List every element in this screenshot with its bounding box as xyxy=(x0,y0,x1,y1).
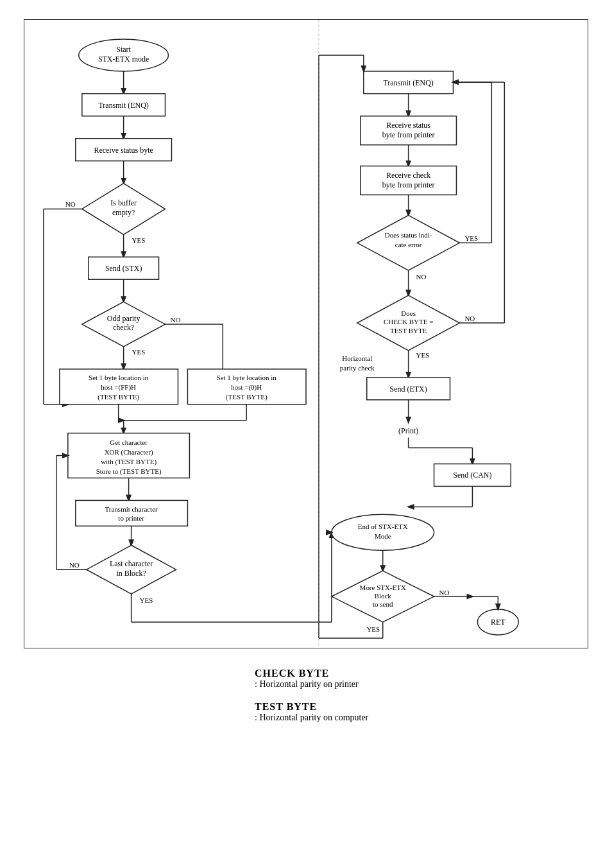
svg-text:host =(0)H: host =(0)H xyxy=(231,383,262,392)
svg-text:RET: RET xyxy=(491,618,506,627)
test-byte-legend: TEST BYTE : Horizontal parity on compute… xyxy=(255,701,588,723)
svg-text:STX-ETX mode: STX-ETX mode xyxy=(98,55,149,64)
svg-text:CHECK BYTE =: CHECK BYTE = xyxy=(384,318,433,326)
check-byte-legend: CHECK BYTE : Horizontal parity on printe… xyxy=(255,668,588,690)
test-byte-title: TEST BYTE xyxy=(255,701,588,713)
svg-text:Store to (TEST BYTE): Store to (TEST BYTE) xyxy=(96,467,162,476)
svg-text:empty?: empty? xyxy=(112,208,135,217)
svg-text:More STX-ETX: More STX-ETX xyxy=(360,584,406,591)
svg-text:Transmit (ENQ): Transmit (ENQ) xyxy=(383,78,433,87)
svg-text:Transmit (ENQ): Transmit (ENQ) xyxy=(98,101,148,110)
svg-text:Last character: Last character xyxy=(110,559,153,568)
svg-text:Does status indi-: Does status indi- xyxy=(385,231,432,239)
svg-text:YES: YES xyxy=(132,236,146,244)
svg-text:TEST BYTE: TEST BYTE xyxy=(390,327,427,334)
check-byte-title: CHECK BYTE xyxy=(255,668,588,679)
flowchart-svg: Start STX-ETX mode Transmit (ENQ) Receiv… xyxy=(24,20,588,648)
svg-text:Receive status: Receive status xyxy=(386,121,430,130)
svg-text:NO: NO xyxy=(69,561,80,569)
flowchart-area: Start STX-ETX mode Transmit (ENQ) Receiv… xyxy=(24,19,588,648)
svg-text:parity check: parity check xyxy=(340,364,375,372)
svg-text:NO: NO xyxy=(464,315,475,322)
svg-text:Start: Start xyxy=(116,45,131,54)
svg-text:Mode: Mode xyxy=(375,532,391,540)
svg-text:Send (CAN): Send (CAN) xyxy=(453,471,491,480)
svg-text:NO: NO xyxy=(416,273,427,281)
svg-text:check?: check? xyxy=(113,323,134,332)
svg-text:YES: YES xyxy=(140,596,153,604)
svg-text:(Print): (Print) xyxy=(398,426,418,435)
svg-text:XOR (Character): XOR (Character) xyxy=(105,448,153,456)
svg-text:in Block?: in Block? xyxy=(117,569,146,578)
legend-area: CHECK BYTE : Horizontal parity on printe… xyxy=(24,668,588,723)
svg-text:Set 1 byte location in: Set 1 byte location in xyxy=(89,374,149,381)
svg-text:YES: YES xyxy=(132,348,146,356)
svg-text:Horizontal: Horizontal xyxy=(342,354,372,362)
svg-text:End of STX-ETX: End of STX-ETX xyxy=(358,523,408,530)
svg-text:NO: NO xyxy=(439,589,450,596)
svg-text:YES: YES xyxy=(464,234,478,242)
svg-text:YES: YES xyxy=(416,351,430,359)
svg-text:NO: NO xyxy=(65,200,76,208)
page: Start STX-ETX mode Transmit (ENQ) Receiv… xyxy=(0,0,612,868)
svg-text:cate error: cate error xyxy=(395,241,422,248)
svg-text:(TEST BYTE): (TEST BYTE) xyxy=(98,393,139,401)
svg-text:host =(FF)H: host =(FF)H xyxy=(101,383,136,392)
svg-text:Receive status byte: Receive status byte xyxy=(94,146,153,155)
svg-text:Block: Block xyxy=(375,592,392,600)
svg-text:Does: Does xyxy=(401,309,416,317)
svg-text:with (TEST BYTE): with (TEST BYTE) xyxy=(101,458,157,466)
svg-text:Get character: Get character xyxy=(110,438,148,446)
svg-text:byte from printer: byte from printer xyxy=(382,180,435,189)
svg-text:Is buffer: Is buffer xyxy=(110,198,137,207)
test-byte-desc: : Horizontal parity on computer xyxy=(255,713,588,723)
svg-text:Send (ETX): Send (ETX) xyxy=(390,385,427,394)
svg-text:Set 1 byte location in: Set 1 byte location in xyxy=(217,374,277,381)
svg-text:NO: NO xyxy=(170,316,180,324)
svg-text:Transmit character: Transmit character xyxy=(105,505,158,513)
svg-text:YES: YES xyxy=(366,625,380,633)
svg-text:to send: to send xyxy=(373,600,393,608)
check-byte-desc: : Horizontal parity on printer xyxy=(255,679,588,690)
svg-text:Send (STX): Send (STX) xyxy=(105,264,142,273)
svg-text:to printer: to printer xyxy=(118,514,144,522)
svg-text:(TEST BYTE): (TEST BYTE) xyxy=(226,393,268,401)
svg-text:Receive check: Receive check xyxy=(386,171,430,180)
svg-text:byte from printer: byte from printer xyxy=(382,130,435,139)
svg-text:Odd parity: Odd parity xyxy=(107,314,140,323)
